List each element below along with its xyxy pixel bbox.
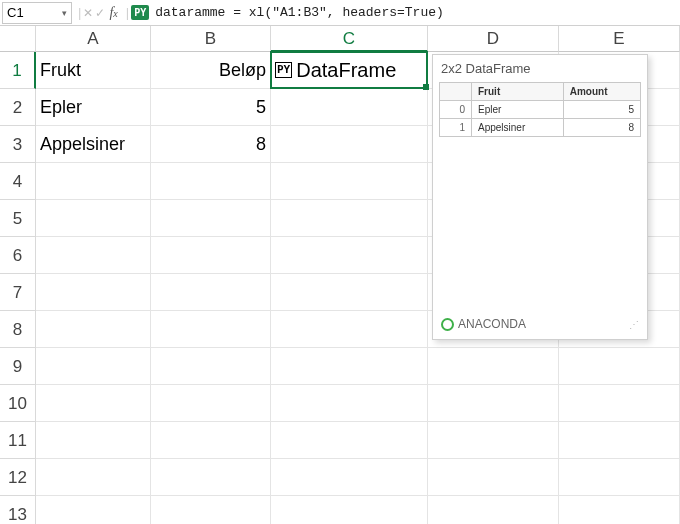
preview-cell-fruit: Appelsiner xyxy=(472,119,564,137)
cell-C10[interactable] xyxy=(271,385,428,422)
anaconda-logo-icon xyxy=(441,318,454,331)
cell-B3[interactable]: 8 xyxy=(151,126,271,163)
cell-C7[interactable] xyxy=(271,274,428,311)
preview-cell-idx: 1 xyxy=(440,119,472,137)
fx-icon[interactable]: fx xyxy=(109,5,117,21)
python-badge: PY xyxy=(131,5,149,20)
cancel-icon[interactable]: ✕ xyxy=(83,6,93,20)
cell-A10[interactable] xyxy=(36,385,151,422)
cell-B11[interactable] xyxy=(151,422,271,459)
cell-A11[interactable] xyxy=(36,422,151,459)
cell-C4[interactable] xyxy=(271,163,428,200)
preview-title: 2x2 DataFrame xyxy=(433,55,647,80)
cell-E10[interactable] xyxy=(559,385,680,422)
separator: | xyxy=(126,5,129,20)
confirm-icon[interactable]: ✓ xyxy=(95,6,105,20)
column-header-A[interactable]: A xyxy=(36,26,151,52)
cell-B13[interactable] xyxy=(151,496,271,524)
cell-C3[interactable] xyxy=(271,126,428,163)
cell-E13[interactable] xyxy=(559,496,680,524)
cell-B2[interactable]: 5 xyxy=(151,89,271,126)
preview-cell-fruit: Epler xyxy=(472,101,564,119)
row-header-8[interactable]: 8 xyxy=(0,311,36,348)
cell-A4[interactable] xyxy=(36,163,151,200)
name-box-value: C1 xyxy=(7,5,24,20)
cell-D12[interactable] xyxy=(428,459,559,496)
preview-cell-idx: 0 xyxy=(440,101,472,119)
dataframe-chip[interactable]: PYDataFrame xyxy=(275,59,396,82)
cell-B4[interactable] xyxy=(151,163,271,200)
cell-C2[interactable] xyxy=(271,89,428,126)
cell-D13[interactable] xyxy=(428,496,559,524)
dataframe-label: DataFrame xyxy=(296,59,396,82)
cell-C5[interactable] xyxy=(271,200,428,237)
cell-B6[interactable] xyxy=(151,237,271,274)
cell-C6[interactable] xyxy=(271,237,428,274)
anaconda-brand: ANACONDA xyxy=(441,317,526,331)
preview-row: 1 Appelsiner 8 xyxy=(440,119,641,137)
separator: | xyxy=(78,5,81,20)
cell-A7[interactable] xyxy=(36,274,151,311)
row-header-3[interactable]: 3 xyxy=(0,126,36,163)
column-header-D[interactable]: D xyxy=(428,26,559,52)
row: 12 xyxy=(0,459,680,496)
cell-B9[interactable] xyxy=(151,348,271,385)
select-all-corner[interactable] xyxy=(0,26,36,52)
preview-header-index xyxy=(440,83,472,101)
row-header-11[interactable]: 11 xyxy=(0,422,36,459)
row-header-12[interactable]: 12 xyxy=(0,459,36,496)
preview-header-amount: Amount xyxy=(563,83,640,101)
row: 13 xyxy=(0,496,680,524)
cell-E11[interactable] xyxy=(559,422,680,459)
cell-B12[interactable] xyxy=(151,459,271,496)
cell-A1[interactable]: Frukt xyxy=(36,52,151,89)
name-box[interactable]: C1 ▾ xyxy=(2,2,72,24)
cell-C8[interactable] xyxy=(271,311,428,348)
formula-input[interactable]: dataramme = xl("A1:B3", headers=True) xyxy=(155,5,678,20)
cell-A9[interactable] xyxy=(36,348,151,385)
column-header-B[interactable]: B xyxy=(151,26,271,52)
cell-A8[interactable] xyxy=(36,311,151,348)
row-header-13[interactable]: 13 xyxy=(0,496,36,524)
cell-B7[interactable] xyxy=(151,274,271,311)
resize-grip-icon[interactable]: ⋰ xyxy=(629,319,639,330)
cell-B1[interactable]: Beløp xyxy=(151,52,271,89)
spreadsheet-grid: 1FruktBeløpPYDataFrame2Epler53Appelsiner… xyxy=(0,52,680,524)
column-header-E[interactable]: E xyxy=(559,26,680,52)
cell-C9[interactable] xyxy=(271,348,428,385)
cell-C13[interactable] xyxy=(271,496,428,524)
cell-B5[interactable] xyxy=(151,200,271,237)
cell-A2[interactable]: Epler xyxy=(36,89,151,126)
row: 9 xyxy=(0,348,680,385)
cell-A12[interactable] xyxy=(36,459,151,496)
dataframe-preview-panel: 2x2 DataFrame Fruit Amount 0 Epler 5 1 A… xyxy=(432,54,648,340)
cell-C11[interactable] xyxy=(271,422,428,459)
row-header-4[interactable]: 4 xyxy=(0,163,36,200)
cell-B8[interactable] xyxy=(151,311,271,348)
cell-C1[interactable]: PYDataFrame xyxy=(271,52,428,89)
row-header-6[interactable]: 6 xyxy=(0,237,36,274)
row-header-10[interactable]: 10 xyxy=(0,385,36,422)
row-header-2[interactable]: 2 xyxy=(0,89,36,126)
cell-A6[interactable] xyxy=(36,237,151,274)
chevron-down-icon: ▾ xyxy=(62,8,67,18)
row-header-1[interactable]: 1 xyxy=(0,52,36,89)
row-header-5[interactable]: 5 xyxy=(0,200,36,237)
cell-A3[interactable]: Appelsiner xyxy=(36,126,151,163)
cell-D11[interactable] xyxy=(428,422,559,459)
row-header-7[interactable]: 7 xyxy=(0,274,36,311)
cell-E9[interactable] xyxy=(559,348,680,385)
row-header-9[interactable]: 9 xyxy=(0,348,36,385)
preview-row: 0 Epler 5 xyxy=(440,101,641,119)
cell-E12[interactable] xyxy=(559,459,680,496)
preview-header-fruit: Fruit xyxy=(472,83,564,101)
cell-D10[interactable] xyxy=(428,385,559,422)
cell-D9[interactable] xyxy=(428,348,559,385)
anaconda-label: ANACONDA xyxy=(458,317,526,331)
cell-C12[interactable] xyxy=(271,459,428,496)
preview-table: Fruit Amount 0 Epler 5 1 Appelsiner 8 xyxy=(439,82,641,137)
cell-B10[interactable] xyxy=(151,385,271,422)
cell-A13[interactable] xyxy=(36,496,151,524)
cell-A5[interactable] xyxy=(36,200,151,237)
column-header-C[interactable]: C xyxy=(271,26,428,52)
